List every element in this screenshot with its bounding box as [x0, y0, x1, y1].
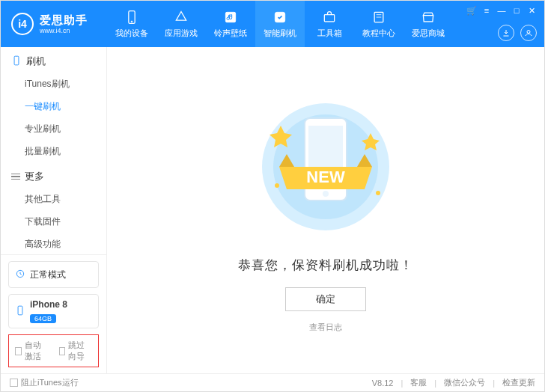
sidebar-item-itunes-flash[interactable]: iTunes刷机 — [25, 73, 106, 95]
shield-icon — [15, 269, 25, 281]
version-label: V8.12 — [372, 379, 394, 388]
group-title: 更多 — [25, 170, 44, 183]
sidebar-item-pro-flash[interactable]: 专业刷机 — [25, 117, 106, 140]
download-button[interactable] — [498, 25, 514, 41]
minimize-button[interactable]: — — [496, 5, 507, 16]
nav-label: 爱思商城 — [412, 28, 445, 39]
mode-box[interactable]: 正常模式 — [8, 261, 99, 288]
svg-point-14 — [275, 183, 279, 188]
svg-point-8 — [527, 31, 530, 34]
app-logo: i4 爱思助手 www.i4.cn — [1, 1, 107, 47]
nav-store[interactable]: 爱思商城 — [404, 1, 453, 47]
sidebar: 刷机 iTunes刷机 一键刷机 专业刷机 批量刷机 更多 其 — [1, 47, 107, 373]
sidebar-item-batch-flash[interactable]: 批量刷机 — [25, 140, 106, 162]
app-header: i4 爱思助手 www.i4.cn 我的设备 应用游戏 铃声壁纸 智能刷机 — [1, 1, 544, 47]
ok-button[interactable]: 确定 — [285, 287, 366, 311]
sidebar-item-other-tools[interactable]: 其他工具 — [25, 188, 106, 210]
success-illustration: NEW — [243, 96, 408, 240]
nav-label: 我的设备 — [115, 28, 148, 39]
user-button[interactable] — [520, 25, 537, 41]
ribbon-text: NEW — [306, 168, 345, 186]
music-icon — [223, 10, 238, 25]
sidebar-item-download-firmware[interactable]: 下载固件 — [25, 210, 106, 233]
phone-icon — [15, 305, 25, 318]
checkbox-auto-activate[interactable]: 自动激活 — [15, 340, 49, 362]
group-title: 刷机 — [26, 55, 46, 68]
phone-icon — [124, 10, 139, 25]
support-link[interactable]: 客服 — [410, 377, 427, 388]
checkbox-skip-guide[interactable]: 跳过向导 — [59, 340, 93, 362]
sidebar-group-more: 更多 其他工具 下载固件 高级功能 — [1, 162, 106, 254]
success-message: 恭喜您，保资料刷机成功啦！ — [238, 257, 413, 274]
brand-url: www.i4.cn — [40, 27, 88, 35]
nav-label: 工具箱 — [317, 28, 342, 39]
nav-label: 教程中心 — [362, 28, 395, 39]
nav-ringtone[interactable]: 铃声壁纸 — [206, 1, 255, 47]
cart-icon[interactable]: 🛒 — [466, 5, 477, 16]
toolbox-icon — [322, 10, 337, 25]
svg-point-1 — [131, 21, 133, 22]
checkbox-label: 阻止iTunes运行 — [21, 377, 79, 388]
book-icon — [371, 10, 386, 25]
svg-point-15 — [376, 191, 380, 195]
flash-icon — [272, 10, 287, 25]
checkbox-block-itunes[interactable]: 阻止iTunes运行 — [10, 377, 79, 388]
main-panel: NEW 恭喜您，保资料刷机成功啦！ 确定 查看日志 — [107, 47, 544, 373]
nav-toolbox[interactable]: 工具箱 — [305, 1, 354, 47]
nav-label: 铃声壁纸 — [214, 28, 247, 39]
svg-rect-11 — [18, 306, 22, 315]
check-update-link[interactable]: 检查更新 — [502, 377, 535, 388]
nav-label: 智能刷机 — [264, 28, 296, 39]
sidebar-group-flash: 刷机 iTunes刷机 一键刷机 专业刷机 批量刷机 — [1, 47, 106, 162]
svg-rect-9 — [14, 56, 19, 65]
sidebar-item-advanced[interactable]: 高级功能 — [25, 233, 106, 254]
apps-icon — [174, 10, 189, 25]
checkbox-label: 跳过向导 — [68, 340, 92, 362]
svg-rect-4 — [324, 14, 334, 21]
top-nav: 我的设备 应用游戏 铃声壁纸 智能刷机 工具箱 教程中心 — [107, 1, 466, 47]
storage-badge: 64GB — [30, 314, 56, 323]
logo-icon: i4 — [11, 13, 34, 35]
nav-flash[interactable]: 智能刷机 — [255, 1, 305, 47]
maximize-button[interactable]: □ — [511, 5, 522, 16]
nav-tutorial[interactable]: 教程中心 — [354, 1, 404, 47]
nav-apps[interactable]: 应用游戏 — [156, 1, 206, 47]
hamburger-icon — [11, 172, 20, 182]
device-name: iPhone 8 — [15, 299, 92, 310]
svg-point-18 — [323, 191, 329, 197]
options-redbox: 自动激活 跳过向导 — [8, 334, 99, 367]
nav-label: 应用游戏 — [165, 28, 198, 39]
phone-icon — [11, 55, 22, 68]
close-button[interactable]: ✕ — [526, 5, 537, 16]
store-icon — [421, 10, 436, 25]
wechat-link[interactable]: 微信公众号 — [444, 377, 485, 388]
status-bar: 阻止iTunes运行 V8.12 | 客服 | 微信公众号 | 检查更新 — [1, 373, 544, 391]
mode-label: 正常模式 — [30, 269, 66, 281]
nav-my-device[interactable]: 我的设备 — [107, 1, 156, 47]
checkbox-label: 自动激活 — [25, 340, 49, 362]
view-log-link[interactable]: 查看日志 — [309, 322, 342, 333]
brand-name: 爱思助手 — [40, 13, 88, 27]
sidebar-item-oneclick-flash[interactable]: 一键刷机 — [25, 95, 106, 117]
device-box[interactable]: iPhone 8 64GB — [8, 294, 99, 328]
menu-icon[interactable]: ≡ — [481, 5, 492, 16]
